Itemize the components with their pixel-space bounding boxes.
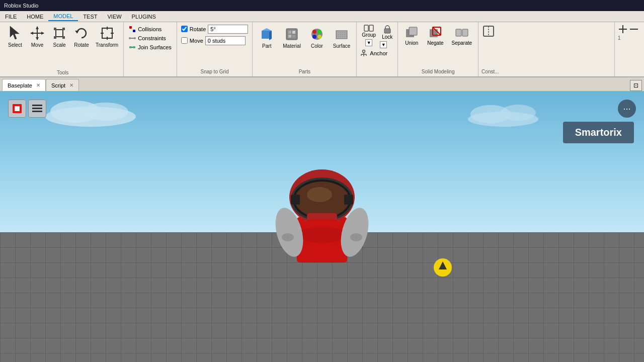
svg-rect-29 [286, 29, 297, 40]
separate-icon [454, 25, 469, 40]
part-label: Part [262, 43, 271, 49]
svg-rect-44 [369, 25, 373, 31]
move-snap-input[interactable] [205, 36, 246, 45]
svg-point-85 [350, 233, 362, 241]
svg-rect-19 [133, 30, 135, 32]
menu-home[interactable]: HOME [22, 13, 48, 21]
snap-section-label: Snap to Grid [181, 69, 248, 74]
character-model [226, 117, 418, 308]
join-surfaces-item[interactable]: Join Surfaces [128, 43, 173, 51]
username-label: Smartorix [563, 122, 634, 143]
lock-dropdown-btn[interactable]: ▼ [380, 41, 387, 48]
menu-plugins[interactable]: PLUGINS [127, 13, 161, 21]
surface-label: Surface [333, 43, 350, 49]
menu-view[interactable]: VIEW [102, 13, 126, 21]
svg-rect-30 [288, 31, 291, 34]
union-icon [404, 25, 419, 40]
menu-model[interactable]: MODEL [48, 12, 78, 21]
tab-script-close[interactable]: ✕ [69, 82, 73, 88]
constraints-left-section: Collisions Constraints Join Surfaces [124, 22, 177, 76]
move-icon [29, 25, 45, 41]
transform-tool[interactable]: Transform [93, 23, 121, 50]
svg-point-65 [83, 103, 128, 121]
svg-point-84 [282, 233, 294, 241]
join-surfaces-label: Join Surfaces [138, 44, 172, 50]
snap-section: Rotate Move Snap to Grid [177, 22, 253, 76]
surface-tool[interactable]: Surface [330, 24, 353, 51]
scale-label: Scale [53, 42, 65, 48]
constraints-right-icon [481, 24, 496, 38]
rotate-snap-checkbox[interactable] [181, 26, 188, 32]
constraints-icon [129, 35, 136, 42]
group-section: Group ▼ Lock ▼ [357, 22, 398, 76]
tab-baseplate[interactable]: Baseplate ✕ [2, 79, 46, 91]
constraints-item[interactable]: Constraints [128, 34, 173, 42]
menu-list-btn[interactable] [28, 100, 46, 118]
lock-item[interactable]: Lock [380, 24, 394, 40]
svg-rect-89 [15, 106, 20, 111]
svg-point-68 [501, 105, 536, 121]
scale-tool[interactable]: Scale [48, 23, 70, 50]
part-tool[interactable]: Part [256, 24, 278, 51]
join-surfaces-icon [129, 44, 136, 51]
svg-marker-4 [36, 37, 39, 40]
move-snap-checkbox[interactable] [181, 37, 188, 44]
viewport-buttons-left [8, 100, 46, 118]
svg-rect-10 [54, 36, 56, 39]
svg-rect-24 [133, 46, 135, 48]
svg-marker-5 [30, 32, 33, 35]
move-snap-input-wrapper [205, 36, 246, 45]
character-svg [226, 117, 418, 308]
svg-rect-92 [32, 111, 42, 112]
group-dropdown-btn[interactable]: ▼ [365, 39, 372, 46]
lock-dropdown-row: ▼ [380, 41, 394, 48]
window-titlebar: Roblox Studio [0, 0, 644, 11]
rotate-tool[interactable]: Rotate [70, 23, 93, 50]
tab-layout-btn[interactable]: ⊡ [630, 80, 642, 91]
material-tool[interactable]: Material [280, 24, 304, 51]
svg-rect-18 [129, 26, 132, 29]
tab-baseplate-close[interactable]: ✕ [36, 82, 40, 88]
union-tool[interactable]: Union [401, 24, 422, 47]
menu-file[interactable]: FILE [0, 13, 22, 21]
svg-point-81 [297, 227, 347, 243]
color-tool[interactable]: Color [306, 24, 328, 51]
anchor-row: Anchor [360, 49, 394, 57]
color-label: Color [311, 43, 323, 49]
anchor-label[interactable]: Anchor [370, 50, 387, 56]
rotate-snap-label: Rotate [190, 26, 206, 32]
cursor-svg [433, 257, 453, 278]
group-label: Group [362, 32, 376, 38]
separate-label: Separate [452, 40, 472, 46]
part-icon [259, 26, 275, 42]
select-icon [7, 25, 23, 41]
tools-row: Select Move [4, 23, 121, 50]
parts-section-label: Parts [256, 69, 353, 74]
constraints-right-section: Const... [478, 22, 502, 76]
zoom-out-icon [629, 24, 639, 34]
negate-tool[interactable]: Negate [424, 24, 446, 47]
settings-circle-btn[interactable]: ··· [618, 100, 636, 118]
collisions-item[interactable]: Collisions [128, 25, 173, 33]
select-tool[interactable]: Select [4, 23, 26, 50]
move-tool[interactable]: Move [26, 23, 48, 50]
svg-rect-9 [62, 28, 65, 30]
tab-script[interactable]: Script ✕ [46, 79, 79, 91]
scale-icon [51, 25, 67, 41]
svg-marker-28 [269, 31, 272, 40]
move-snap-row: Move [181, 36, 248, 45]
svg-rect-52 [409, 27, 417, 35]
menu-test[interactable]: TEST [78, 13, 102, 21]
svg-point-21 [129, 37, 131, 39]
rotate-snap-input[interactable] [208, 25, 248, 34]
group-icon [364, 25, 374, 32]
rotate-snap-row: Rotate [181, 24, 248, 34]
tools-section: Select Move [2, 22, 124, 76]
group-item[interactable]: Group [360, 24, 378, 38]
separate-tool[interactable]: Separate [449, 24, 475, 47]
roblox-logo-btn[interactable] [8, 100, 26, 118]
svg-point-22 [134, 37, 136, 39]
svg-rect-39 [336, 31, 347, 39]
svg-rect-36 [317, 30, 321, 34]
material-icon [284, 26, 300, 42]
